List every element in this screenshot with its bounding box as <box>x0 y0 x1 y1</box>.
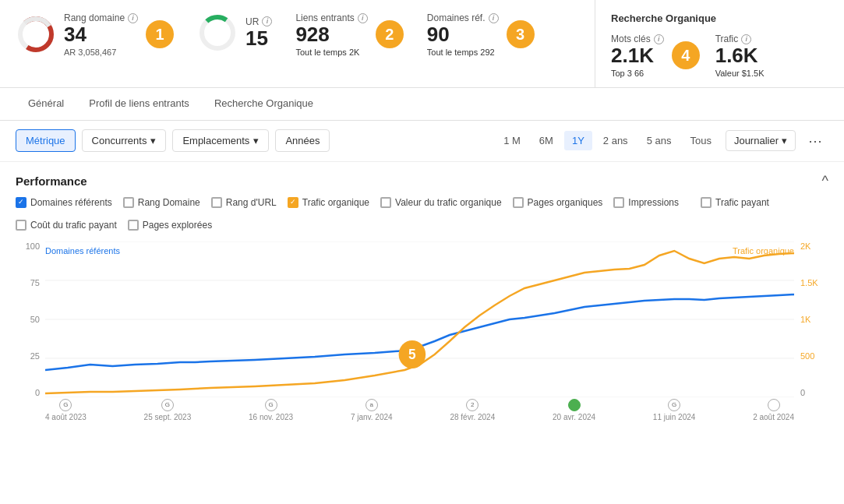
ur-info-icon[interactable]: i <box>262 16 272 26</box>
chart-x-labels: G 4 août 2023 G 25 sept. 2023 G 16 nov. … <box>45 399 794 421</box>
tab-recherche-organique[interactable]: Recherche Organique <box>202 88 326 121</box>
trafic-value: 1.6K <box>715 44 765 67</box>
x-icon-feb2024: 2 <box>466 399 479 411</box>
tab-profil-liens[interactable]: Profil de liens entrants <box>76 88 202 121</box>
domaines-ref-value: 90 <box>427 23 499 46</box>
x-icon-jun2024: G <box>668 399 680 411</box>
x-label-jan2024-text: 7 janv. 2024 <box>351 413 393 421</box>
badge-1: 1 <box>146 20 174 48</box>
x-icon-apr2024 <box>568 399 581 411</box>
cb-pages-organiques[interactable]: Pages organiques <box>513 197 603 209</box>
filter-emplacements[interactable]: Emplacements ▾ <box>172 129 269 152</box>
top-right-section: Recherche Organique Mots clés i 2.1K Top… <box>595 0 844 87</box>
liens-entrants-label-text: Liens entrants <box>295 12 354 23</box>
cb-box-impressions <box>613 197 624 208</box>
cb-label-impressions: Impressions <box>628 197 679 208</box>
ur-text: UR i 15 <box>245 16 272 50</box>
metric-domaines-ref: Domaines réf. i 90 Tout le temps 292 3 <box>427 12 535 57</box>
tabs-bar: Général Profil de liens entrants Recherc… <box>0 88 844 121</box>
rang-domaine-text: Rang domaine i 34 AR 3,058,467 <box>64 12 138 57</box>
time-btn-2ans[interactable]: 2 ans <box>595 131 636 150</box>
checkboxes-row: Domaines référents Rang Domaine Rang d'U… <box>16 197 828 238</box>
svg-point-3 <box>202 17 233 48</box>
x-label-aug2024-text: 2 août 2024 <box>753 413 794 421</box>
filter-annees[interactable]: Années <box>275 129 330 152</box>
domaines-ref-sub-prefix: Tout le temps <box>427 48 478 57</box>
chevron-down-icon: ▾ <box>150 135 156 146</box>
rang-domaine-label: Rang domaine i <box>64 12 138 23</box>
mots-cles-sub: Top 3 66 <box>611 69 664 78</box>
x-label-jun2024-text: 11 juin 2024 <box>653 413 696 421</box>
performance-section: Performance ^ Domaines référents Rang Do… <box>0 162 844 421</box>
y-left-50: 50 <box>30 315 40 324</box>
cb-cout-trafic-payant[interactable]: Coût du trafic payant <box>16 220 117 231</box>
x-label-feb2024: 2 28 févr. 2024 <box>450 399 495 421</box>
cb-valeur-trafic[interactable]: Valeur du trafic organique <box>380 197 502 209</box>
x-label-feb2024-text: 28 févr. 2024 <box>450 413 495 421</box>
cb-trafic-payant[interactable]: Trafic payant <box>701 197 769 209</box>
mots-cles-value: 2.1K <box>611 44 664 67</box>
domaines-ref-label: Domaines réf. i <box>427 12 499 23</box>
tab-general[interactable]: Général <box>16 88 76 121</box>
rang-domaine-info-icon[interactable]: i <box>128 13 138 23</box>
x-label-apr2024-text: 20 avr. 2024 <box>553 413 595 421</box>
x-label-apr2024: 20 avr. 2024 <box>553 399 595 421</box>
badge-3: 3 <box>507 20 535 48</box>
time-btn-5ans[interactable]: 5 ans <box>639 131 680 150</box>
y-left-0: 0 <box>35 388 40 397</box>
y-right-500: 500 <box>800 351 814 361</box>
journalier-label: Journalier <box>734 135 779 146</box>
rang-domaine-label-text: Rang domaine <box>64 12 125 23</box>
cb-pages-explorees[interactable]: Pages explorées <box>128 220 212 231</box>
top-left-metrics: Rang domaine i 34 AR 3,058,467 1 UR i <box>0 0 595 87</box>
trafic-info-icon[interactable]: i <box>741 34 751 44</box>
cb-label-trafic-payant: Trafic payant <box>715 197 769 208</box>
liens-entrants-info-icon[interactable]: i <box>358 13 368 23</box>
y-right-1k: 1K <box>800 315 810 324</box>
x-icon-aug2024 <box>768 399 780 411</box>
ur-value: 15 <box>245 27 272 50</box>
liens-entrants-label: Liens entrants i <box>295 12 367 23</box>
liens-entrants-value: 928 <box>295 23 367 46</box>
recherche-organique-metrics: Mots clés i 2.1K Top 3 66 4 Trafic i <box>611 33 828 78</box>
cb-box-pages-organiques <box>513 197 524 208</box>
x-label-sept2023-text: 25 sept. 2023 <box>144 413 192 421</box>
more-options-button[interactable]: ⋯ <box>802 129 828 153</box>
cb-trafic-organique[interactable]: Trafic organique <box>288 197 369 209</box>
time-btn-6m[interactable]: 6M <box>531 131 561 150</box>
x-label-nov2023: G 16 nov. 2023 <box>249 399 293 421</box>
rang-domaine-value: 34 <box>64 23 138 46</box>
domaines-ref-info-icon[interactable]: i <box>489 13 499 23</box>
filter-concurrents[interactable]: Concurrents ▾ <box>82 129 167 152</box>
journalier-dropdown[interactable]: Journalier ▾ <box>726 130 796 151</box>
filter-metrique[interactable]: Métrique <box>16 129 76 152</box>
domaines-ref-label-text: Domaines réf. <box>427 12 486 23</box>
cb-rang-domaine[interactable]: Rang Domaine <box>123 197 200 209</box>
mots-cles-info-icon[interactable]: i <box>654 34 664 44</box>
rang-domaine-donut <box>16 14 56 55</box>
performance-collapse-button[interactable]: ^ <box>822 173 828 189</box>
time-btn-1m[interactable]: 1 M <box>496 131 528 150</box>
cb-label-domaines-referents: Domaines référents <box>30 197 112 208</box>
cb-rang-url[interactable]: Rang d'URL <box>211 197 277 209</box>
performance-title: Performance <box>16 174 87 188</box>
x-label-sept2023: G 25 sept. 2023 <box>144 399 192 421</box>
trafic-text: Trafic i 1.6K Valeur $1.5K <box>715 33 765 78</box>
x-label-aug2023-text: 4 août 2023 <box>45 413 87 421</box>
ur-label-text: UR <box>245 16 259 27</box>
mots-cles-label-text: Mots clés <box>611 33 651 44</box>
trafic-label-text: Trafic <box>715 33 739 44</box>
ur-label: UR i <box>245 16 272 27</box>
cb-box-cout-trafic-payant <box>16 220 26 231</box>
cb-impressions[interactable]: Impressions <box>613 197 679 209</box>
time-btn-1y[interactable]: 1Y <box>564 131 592 150</box>
metric-liens-entrants: Liens entrants i 928 Tout le temps 2K 2 <box>295 12 403 57</box>
y-right-0: 0 <box>800 388 805 397</box>
time-btn-tous[interactable]: Tous <box>682 131 719 150</box>
rang-domaine-sub: AR 3,058,467 <box>64 48 138 57</box>
cb-domaines-referents[interactable]: Domaines référents <box>16 197 112 209</box>
cb-label-trafic-organique: Trafic organique <box>302 197 369 208</box>
badge-4: 4 <box>672 41 700 69</box>
chevron-down-icon: ▾ <box>253 135 259 146</box>
chart-area: Domaines référents Trafic organique 100 … <box>16 241 828 421</box>
